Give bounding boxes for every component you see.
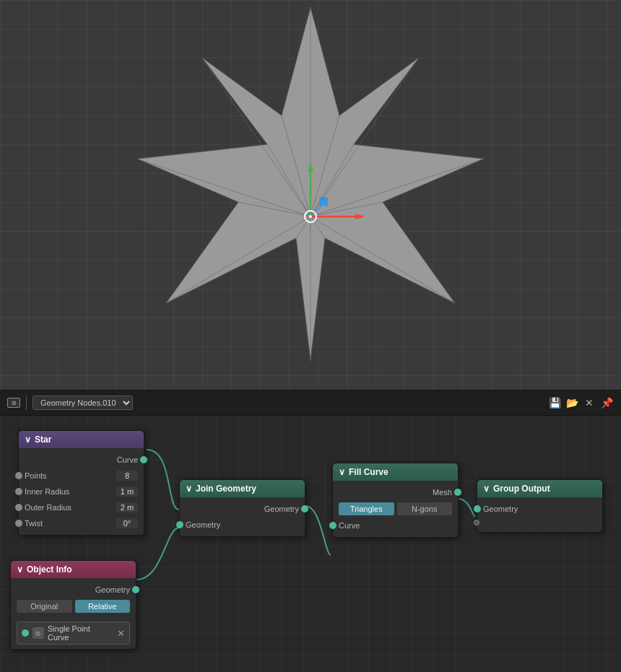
fill-curve-curve-row: Curve <box>333 518 458 533</box>
star-curve-output-socket[interactable] <box>140 456 147 463</box>
star-twist-label: Twist <box>25 519 116 528</box>
node-editor: ∨ Star Curve Points 8 Inner Radius 1 m <box>0 416 621 672</box>
fill-curve-curve-label: Curve <box>339 521 452 530</box>
node-fill-curve-title: Fill Curve <box>349 467 388 477</box>
node-group-output: ∨ Group Output Geometry <box>477 479 603 533</box>
node-object-info-title: Object Info <box>27 564 72 575</box>
object-info-geometry-label: Geometry <box>17 585 130 594</box>
ngons-button[interactable]: N-gons <box>397 502 453 515</box>
single-point-curve-tag: ◎ Single Point Curve ✕ <box>17 621 130 645</box>
single-point-curve-icon: ◎ <box>32 627 44 639</box>
group-output-geometry-label: Geometry <box>483 505 596 513</box>
join-geometry-input-socket[interactable] <box>176 521 183 528</box>
star-points-input-socket[interactable] <box>15 472 22 479</box>
separator-actions: 💾 📂 ✕ 📌 <box>547 396 614 410</box>
star-mesh <box>130 0 491 383</box>
editor-type-icon[interactable]: ⊞ <box>7 398 20 408</box>
object-info-collapse-icon: ∨ <box>17 564 23 575</box>
group-output-geometry-input-socket[interactable] <box>474 505 481 512</box>
relative-button[interactable]: Relative <box>75 600 131 613</box>
original-button[interactable]: Original <box>17 600 72 613</box>
svg-point-23 <box>309 215 312 218</box>
fill-curve-collapse-icon: ∨ <box>339 467 345 477</box>
star-outer-radius-label: Outer Radius <box>25 503 116 512</box>
node-object-info: ∨ Object Info Geometry Original Relative… <box>10 560 136 650</box>
star-inner-radius-value[interactable]: 1 m <box>116 486 138 497</box>
group-output-geometry-row: Geometry <box>477 501 602 517</box>
open-button[interactable]: 📂 <box>565 396 579 410</box>
fill-curve-mode-row: Triangles N-gons <box>333 500 458 518</box>
group-output-collapse-icon: ∨ <box>483 484 490 494</box>
fill-curve-mesh-output-socket[interactable] <box>454 489 461 496</box>
fill-curve-mesh-label: Mesh <box>339 488 452 497</box>
separator-bar: ⊞ Geometry Nodes.010 💾 📂 ✕ 📌 <box>0 390 621 416</box>
fill-curve-mesh-row: Mesh <box>333 484 458 500</box>
node-star: ∨ Star Curve Points 8 Inner Radius 1 m <box>18 430 144 536</box>
node-star-header[interactable]: ∨ Star <box>19 431 144 448</box>
star-twist-value[interactable]: 0° <box>116 518 138 528</box>
triangles-button[interactable]: Triangles <box>339 502 394 515</box>
node-join-geometry-title: Join Geometry <box>196 484 256 494</box>
fill-curve-curve-input-socket[interactable] <box>329 522 336 529</box>
single-point-curve-dot <box>22 629 29 637</box>
star-curve-label: Curve <box>25 455 138 464</box>
join-geometry-collapse-icon: ∨ <box>186 484 192 494</box>
group-output-extra-socket[interactable] <box>474 520 479 525</box>
pin-button[interactable]: 📌 <box>599 396 614 410</box>
svg-rect-24 <box>319 197 328 206</box>
node-star-title: Star <box>35 435 51 445</box>
join-geometry-input-label: Geometry <box>186 520 299 529</box>
close-button[interactable]: ✕ <box>582 396 596 410</box>
star-inner-radius-label: Inner Radius <box>25 487 116 496</box>
star-outer-radius-row: Outer Radius 2 m <box>19 499 144 515</box>
single-point-curve-label: Single Point Curve <box>48 624 113 642</box>
star-twist-row: Twist 0° <box>19 515 144 531</box>
star-points-row: Points 8 <box>19 468 144 484</box>
viewport <box>0 0 621 390</box>
object-info-geometry-output-socket[interactable] <box>132 586 139 593</box>
object-info-geometry-row: Geometry <box>11 582 136 598</box>
join-geometry-input-row: Geometry <box>180 517 305 533</box>
node-group-output-header[interactable]: ∨ Group Output <box>477 480 602 497</box>
node-join-geometry-header[interactable]: ∨ Join Geometry <box>180 480 305 497</box>
star-twist-input-socket[interactable] <box>15 520 22 527</box>
node-object-info-header[interactable]: ∨ Object Info <box>11 561 136 578</box>
group-output-extra-row <box>477 517 602 528</box>
node-fill-curve: ∨ Fill Curve Mesh Triangles N-gons Curve <box>332 463 459 538</box>
star-points-label: Points <box>25 471 116 480</box>
join-geometry-output-label: Geometry <box>186 505 299 513</box>
join-geometry-output-socket[interactable] <box>301 505 308 512</box>
node-join-geometry: ∨ Join Geometry Geometry Geometry <box>179 479 305 537</box>
star-curve-row: Curve <box>19 452 144 468</box>
node-tree-dropdown[interactable]: Geometry Nodes.010 <box>32 396 133 410</box>
star-outer-radius-input-socket[interactable] <box>15 504 22 511</box>
save-button[interactable]: 💾 <box>547 396 562 410</box>
star-inner-radius-row: Inner Radius 1 m <box>19 484 144 499</box>
collapse-icon: ∨ <box>25 435 31 445</box>
node-group-output-title: Group Output <box>493 484 550 494</box>
star-inner-radius-input-socket[interactable] <box>15 488 22 495</box>
star-points-value[interactable]: 8 <box>116 471 138 481</box>
star-outer-radius-value[interactable]: 2 m <box>116 502 138 512</box>
single-point-curve-close[interactable]: ✕ <box>117 628 125 639</box>
transform-mode-buttons: Original Relative <box>11 598 136 615</box>
node-fill-curve-header[interactable]: ∨ Fill Curve <box>333 463 458 481</box>
join-geometry-output-row: Geometry <box>180 501 305 517</box>
